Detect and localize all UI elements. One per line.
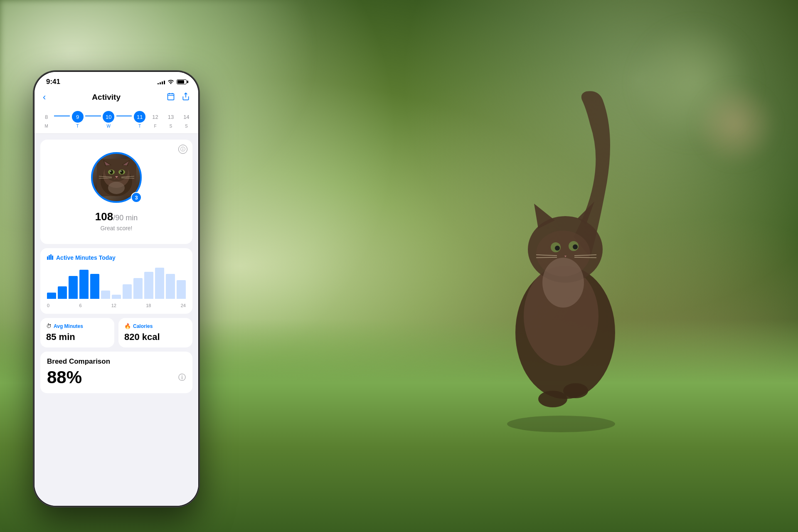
date-cell-thu[interactable]: 11 T (132, 111, 147, 128)
battery-icon (177, 79, 187, 84)
svg-line-14 (574, 257, 596, 258)
date-num-wed: 10 (103, 111, 114, 123)
date-cell-fri[interactable]: 12 F (148, 111, 163, 128)
date-num-tue: 9 (72, 111, 84, 123)
bar (166, 274, 175, 299)
bar (177, 280, 186, 299)
bar (69, 276, 78, 299)
battery-fill (177, 80, 184, 84)
svg-point-9 (573, 244, 578, 249)
signal-bar-1 (158, 83, 159, 84)
phone-shell: 9:41 (33, 71, 200, 507)
date-day-sun: S (185, 124, 188, 128)
date-day-sat: S (170, 124, 172, 128)
date-day-wed: W (107, 124, 111, 128)
connector-3 (116, 116, 132, 116)
bar (144, 272, 153, 299)
bar (90, 274, 99, 299)
date-cell-sat[interactable]: 13 S (163, 111, 178, 128)
bar (155, 268, 164, 299)
date-cell-mon[interactable]: 8 M (39, 111, 54, 128)
score-number: 108 (95, 210, 113, 223)
info-button[interactable]: ⓘ (178, 145, 187, 154)
nav-title: Activity (92, 93, 121, 102)
svg-point-38 (110, 171, 111, 172)
chart-label-12: 12 (111, 303, 116, 308)
bar (79, 270, 89, 299)
breed-comparison-card: Breed Comparison 88% ⓘ (40, 352, 192, 393)
date-num-sun: 14 (180, 111, 192, 123)
date-cell-sun[interactable]: 14 S (179, 111, 194, 128)
date-day-mon: M (45, 124, 48, 128)
chart-label-6: 6 (79, 303, 81, 308)
date-cell-tue[interactable]: 9 T (70, 111, 85, 128)
avg-minutes-label: Avg Minutes (54, 323, 83, 329)
chart-label-24: 24 (181, 303, 186, 308)
signal-bar-2 (160, 82, 161, 84)
svg-point-45 (108, 182, 125, 194)
avg-minutes-icon: ⏱ (46, 323, 52, 329)
calories-value: 820 kcal (124, 332, 187, 342)
date-num-fri: 12 (150, 111, 161, 123)
main-content: ⓘ (34, 134, 198, 506)
chart-card: Active Minutes Today 0 6 12 18 24 (40, 248, 192, 314)
cat-silhouette (432, 50, 715, 466)
calories-label-row: 🔥 Calories (124, 323, 187, 329)
svg-rect-48 (50, 254, 52, 260)
score-value: 108/90 min (95, 210, 138, 223)
status-time: 9:41 (46, 78, 60, 86)
bar (58, 286, 67, 299)
bar (133, 278, 143, 299)
svg-rect-49 (52, 256, 53, 260)
avatar-ring-wrapper: 3 (89, 150, 143, 204)
chart-label-0: 0 (47, 303, 49, 308)
date-day-thu: T (138, 124, 141, 128)
breed-comparison-title: Breed Comparison (47, 357, 186, 366)
calories-card: 🔥 Calories 820 kcal (118, 318, 192, 347)
bar-chart (47, 267, 186, 300)
chart-title: Active Minutes Today (47, 254, 186, 261)
score-badge: 3 (131, 192, 142, 203)
connector-1 (54, 116, 69, 116)
svg-rect-19 (168, 94, 174, 100)
nav-bar: ‹ Activity (34, 89, 198, 108)
score-goal: /90 min (113, 214, 138, 222)
svg-point-15 (542, 258, 584, 308)
bar-chart-icon (47, 254, 54, 261)
svg-rect-46 (47, 256, 48, 260)
signal-icon (158, 79, 165, 84)
svg-rect-47 (49, 255, 50, 260)
chart-title-text: Active Minutes Today (56, 254, 116, 261)
status-bar: 9:41 (34, 72, 198, 89)
share-button[interactable] (182, 92, 190, 103)
bar (47, 293, 56, 299)
date-num-sat: 13 (165, 111, 177, 123)
date-day-fri: F (154, 124, 156, 128)
svg-point-8 (555, 246, 560, 251)
avg-minutes-label-row: ⏱ Avg Minutes (46, 323, 108, 329)
back-button[interactable]: ‹ (43, 92, 46, 103)
chart-label-18: 18 (146, 303, 151, 308)
bar (101, 291, 110, 299)
calendar-button[interactable] (167, 92, 175, 103)
signal-bar-3 (162, 81, 163, 84)
score-card: ⓘ (40, 140, 192, 244)
svg-point-16 (538, 391, 567, 407)
connector-2 (85, 116, 101, 116)
stats-row: ⏱ Avg Minutes 85 min 🔥 Calories 820 kcal (40, 318, 192, 347)
date-num-mon: 8 (41, 111, 52, 123)
svg-point-37 (120, 170, 123, 174)
breed-comparison-percentage: 88% ⓘ (47, 367, 186, 387)
date-cell-wed[interactable]: 10 W (101, 111, 116, 128)
bar (123, 284, 132, 299)
calories-label: Calories (133, 323, 153, 329)
svg-point-39 (120, 171, 121, 172)
svg-line-12 (536, 257, 557, 258)
status-icons (158, 79, 187, 85)
calories-icon: 🔥 (124, 323, 131, 329)
chart-labels: 0 6 12 18 24 (47, 303, 186, 308)
date-day-tue: T (76, 124, 79, 128)
breed-info-button[interactable]: ⓘ (178, 372, 186, 382)
score-label: Great score! (100, 225, 132, 232)
signal-bar-4 (164, 81, 165, 84)
